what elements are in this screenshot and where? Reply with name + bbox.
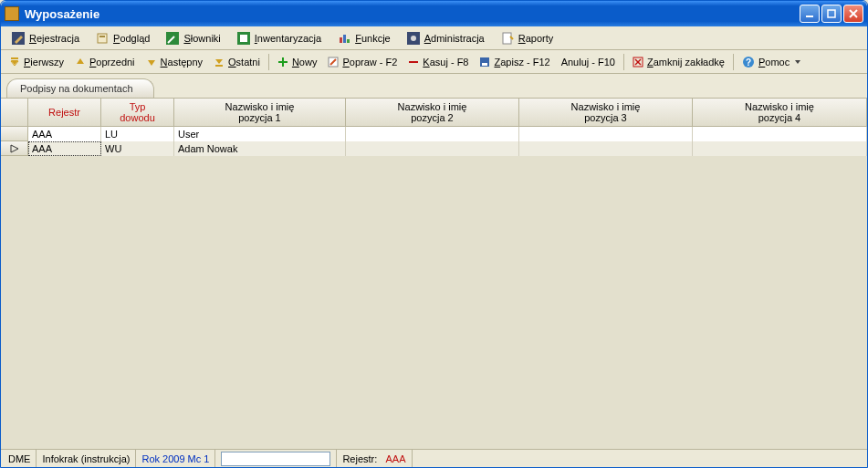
- svg-marker-21: [215, 59, 223, 64]
- arrow-down-icon: [146, 57, 157, 68]
- minimize-button[interactable]: [800, 5, 820, 23]
- menu-label: Inwentaryzacja: [255, 33, 321, 44]
- svg-rect-1: [828, 10, 835, 17]
- menu-label: Słowniki: [183, 33, 220, 44]
- preview-icon: [96, 32, 109, 45]
- cell-p2[interactable]: [346, 127, 519, 141]
- delete-button[interactable]: Kasuj - F8: [403, 55, 473, 69]
- svg-marker-19: [77, 58, 84, 64]
- window-title: Wyposażenie: [25, 7, 800, 21]
- cell-rejestr[interactable]: AAA: [28, 141, 101, 156]
- tool-label: Ostatni: [228, 57, 260, 68]
- status-infokrak[interactable]: Infokrak (instrukcja): [37, 450, 136, 467]
- svg-rect-12: [347, 39, 350, 43]
- menu-label: Raporty: [518, 33, 554, 44]
- cell-rejestr[interactable]: AAA: [28, 127, 101, 141]
- svg-rect-11: [343, 35, 346, 43]
- column-pozycja-3[interactable]: Nazwisko i imię pozycja 3: [519, 99, 693, 126]
- tool-label: Zapisz - F12: [494, 57, 549, 68]
- cell-p3[interactable]: [519, 141, 693, 156]
- tab-row: Podpisy na dokumentach: [1, 74, 867, 98]
- menu-rejestracja[interactable]: Rejestracja: [5, 29, 87, 47]
- close-icon: [849, 9, 858, 18]
- tool-label: Popraw - F2: [342, 57, 397, 68]
- menu-raporty[interactable]: Raporty: [494, 29, 561, 47]
- menu-label: Administracja: [424, 33, 485, 44]
- book-icon: [166, 32, 179, 45]
- help-button[interactable]: ? Pomoc: [737, 54, 805, 70]
- new-button[interactable]: Nowy: [273, 55, 322, 69]
- svg-text:?: ?: [746, 57, 751, 68]
- titlebar: Wyposażenie: [1, 1, 867, 26]
- cell-typ[interactable]: LU: [101, 127, 174, 141]
- cell-p1[interactable]: User: [174, 127, 346, 141]
- column-pozycja-4[interactable]: Nazwisko i imię pozycja 4: [693, 99, 867, 126]
- admin-icon: [407, 32, 420, 45]
- column-pozycja-2[interactable]: Nazwisko i imię pozycja 2: [346, 99, 519, 126]
- report-icon: [501, 32, 514, 45]
- window-buttons: [800, 5, 863, 23]
- tool-label: Pomoc: [758, 57, 790, 68]
- table-row[interactable]: AAA LU User: [1, 127, 867, 141]
- svg-marker-34: [11, 145, 18, 152]
- row-indicator: [1, 127, 28, 141]
- status-dme[interactable]: DME: [3, 450, 37, 467]
- status-rok-mc[interactable]: Rok 2009 Mc 1: [136, 450, 215, 467]
- svg-rect-0: [806, 16, 813, 17]
- status-rejestr-label: Rejestr:: [342, 453, 377, 464]
- tool-label: Następny: [161, 57, 203, 68]
- maximize-button[interactable]: [821, 5, 842, 23]
- status-rejestr: Rejestr: AAA: [337, 450, 412, 467]
- cell-p3[interactable]: [519, 127, 693, 141]
- cell-p2[interactable]: [346, 141, 519, 156]
- cancel-button[interactable]: Anuluj - F10: [557, 55, 620, 69]
- prev-button[interactable]: Poprzedni: [70, 55, 140, 69]
- last-button[interactable]: Ostatni: [209, 55, 265, 69]
- tool-label: Zamknij zakładkę: [647, 57, 725, 68]
- cell-p4[interactable]: [693, 127, 867, 141]
- column-pozycja-1[interactable]: Nazwisko i imię pozycja 1: [174, 99, 346, 126]
- menu-slowniki[interactable]: Słowniki: [159, 29, 227, 47]
- next-button[interactable]: Następny: [141, 55, 207, 69]
- menu-inwentaryzacja[interactable]: Inwentaryzacja: [230, 29, 329, 47]
- column-indicator[interactable]: [1, 99, 28, 126]
- table-row[interactable]: AAA WU Adam Nowak: [1, 141, 867, 156]
- chevron-down-icon: [795, 60, 800, 64]
- status-rejestr-value: AAA: [386, 453, 406, 464]
- cell-typ[interactable]: WU: [101, 141, 174, 156]
- cell-p4[interactable]: [693, 141, 867, 156]
- svg-rect-28: [482, 63, 487, 66]
- statusbar: DME Infokrak (instrukcja) Rok 2009 Mc 1 …: [1, 449, 867, 467]
- edit-button[interactable]: Popraw - F2: [323, 55, 402, 69]
- tool-label: Poprzedni: [89, 57, 135, 68]
- pen-icon: [12, 32, 25, 45]
- arrow-last-icon: [214, 57, 225, 68]
- menu-podglad[interactable]: Podgląd: [89, 29, 157, 47]
- svg-rect-15: [503, 33, 511, 44]
- menu-administracja[interactable]: Administracja: [400, 29, 492, 47]
- close-tab-button[interactable]: Zamknij zakładkę: [628, 55, 729, 69]
- svg-rect-16: [11, 57, 18, 59]
- save-button[interactable]: Zapisz - F12: [475, 55, 554, 69]
- menu-label: Rejestracja: [29, 33, 79, 44]
- first-button[interactable]: Pierwszy: [5, 55, 68, 69]
- maximize-icon: [827, 9, 836, 18]
- minus-icon: [408, 57, 419, 68]
- column-rejestr[interactable]: Rejestr: [28, 99, 101, 126]
- svg-rect-5: [98, 34, 107, 43]
- close-button[interactable]: [843, 5, 863, 23]
- close-tab-icon: [633, 57, 643, 68]
- status-input[interactable]: [221, 452, 330, 466]
- tab-podpisy[interactable]: Podpisy na dokumentach: [6, 78, 154, 98]
- svg-point-14: [411, 36, 416, 41]
- cell-p1[interactable]: Adam Nowak: [174, 141, 346, 156]
- help-icon: ?: [742, 56, 755, 68]
- column-typ-dowodu[interactable]: Typ dowodu: [101, 99, 174, 126]
- separator: [733, 54, 734, 70]
- status-input-wrap: [215, 450, 337, 467]
- menu-funkcje[interactable]: Funkcje: [330, 29, 398, 47]
- svg-rect-6: [99, 36, 105, 37]
- app-icon: [5, 6, 19, 21]
- minimize-icon: [805, 9, 814, 18]
- tool-label: Anuluj - F10: [561, 57, 615, 68]
